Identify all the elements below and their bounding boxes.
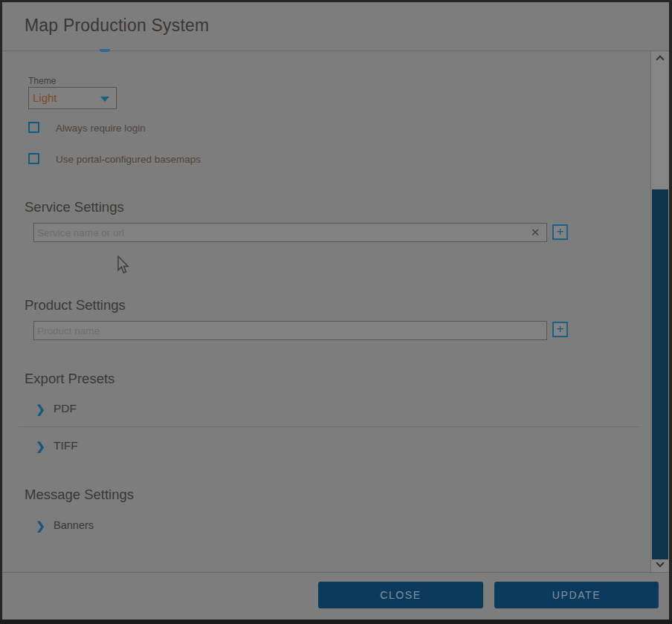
chevron-down-icon	[100, 97, 109, 102]
theme-select-value: Light	[33, 91, 57, 104]
product-settings-heading: Product Settings	[25, 297, 126, 313]
chevron-down-icon	[656, 559, 664, 567]
expandable-item-label: Banners	[54, 519, 94, 531]
mouse-cursor-icon	[117, 256, 129, 275]
add-product-button[interactable]: +	[552, 322, 568, 337]
close-button[interactable]: CLOSE	[318, 582, 483, 608]
chevron-right-icon: ❯	[36, 519, 45, 532]
checkbox-label: Always require login	[56, 123, 146, 134]
checkbox-portal-basemaps[interactable]	[28, 153, 39, 164]
clipped-scrolled-control	[100, 49, 110, 52]
window-border-bottom	[0, 620, 672, 624]
expandable-item-tiff[interactable]: ❯ TIFF	[36, 439, 78, 454]
page-title: Map Production System	[25, 16, 209, 36]
scrollbar-thumb[interactable]	[652, 189, 668, 559]
window-border-left	[0, 0, 2, 624]
window-border-right	[669, 0, 672, 624]
add-service-button[interactable]: +	[552, 224, 568, 240]
preset-divider	[19, 426, 640, 427]
clear-icon[interactable]: ✕	[527, 224, 543, 241]
scrollbar-down-button[interactable]	[651, 559, 669, 572]
theme-label: Theme	[28, 76, 56, 86]
map-production-system-dialog: Map Production System Theme Light Always…	[0, 0, 672, 624]
service-settings-heading: Service Settings	[25, 199, 124, 215]
scrollbar-up-button[interactable]	[651, 52, 669, 65]
update-button[interactable]: UPDATE	[494, 582, 659, 608]
expandable-item-label: TIFF	[54, 439, 78, 452]
message-settings-heading: Message Settings	[25, 487, 134, 503]
checkbox-label: Use portal-configured basemaps	[56, 154, 201, 165]
expandable-item-label: PDF	[54, 402, 77, 415]
window-border-top	[0, 0, 672, 2]
theme-select[interactable]: Light	[28, 87, 117, 109]
service-name-input[interactable]	[33, 223, 547, 242]
footer-divider	[2, 572, 669, 573]
chevron-right-icon: ❯	[36, 440, 45, 452]
chevron-right-icon: ❯	[36, 403, 45, 415]
checkbox-always-require-login[interactable]	[28, 122, 39, 133]
expandable-item-banners[interactable]: ❯ Banners	[36, 519, 94, 534]
expandable-item-pdf[interactable]: ❯ PDF	[36, 402, 77, 417]
product-name-input[interactable]	[33, 321, 547, 340]
export-presets-heading: Export Presets	[25, 371, 114, 387]
chevron-up-icon	[656, 55, 664, 63]
